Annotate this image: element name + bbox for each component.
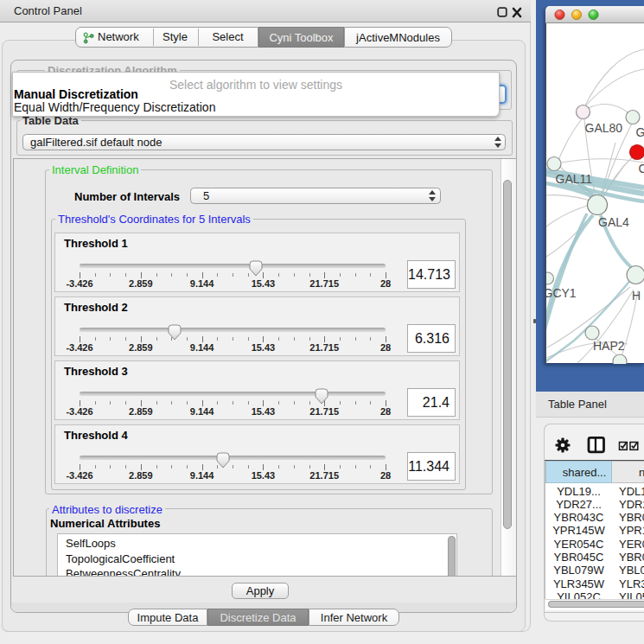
svg-text:GAL11: GAL11 <box>556 172 593 186</box>
svg-text:C: C <box>639 162 644 175</box>
svg-text:GA: GA <box>636 125 644 139</box>
svg-text:GAL4: GAL4 <box>598 215 629 229</box>
svg-text:GAL80: GAL80 <box>585 121 623 135</box>
svg-text:GCY1: GCY1 <box>546 286 577 300</box>
svg-text:HAP2: HAP2 <box>593 339 625 353</box>
svg-text:H: H <box>632 289 641 303</box>
